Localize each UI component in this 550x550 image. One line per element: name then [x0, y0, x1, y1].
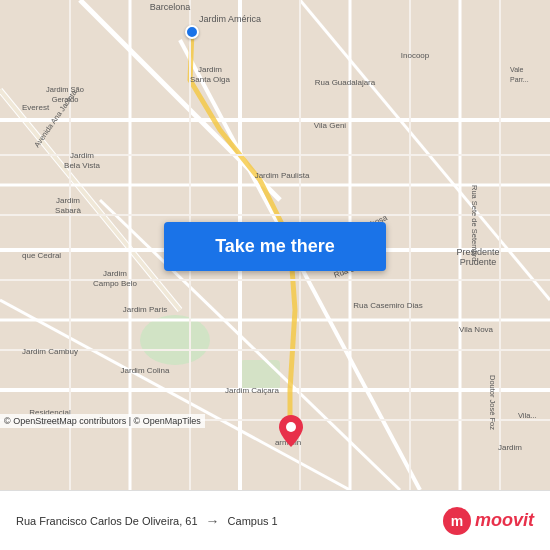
svg-text:Rua Guadalajara: Rua Guadalajara [315, 78, 376, 87]
svg-point-1 [140, 315, 210, 365]
svg-text:que Cedral: que Cedral [22, 251, 61, 260]
svg-text:Jardim Caiçara: Jardim Caiçara [225, 386, 279, 395]
svg-text:Jardim: Jardim [56, 196, 80, 205]
moovit-icon-letter: m [451, 513, 463, 529]
moovit-icon: m [443, 507, 471, 535]
svg-text:Doutor José Foz: Doutor José Foz [488, 375, 497, 430]
svg-text:Bela Vista: Bela Vista [64, 161, 100, 170]
svg-text:Jardim Paris: Jardim Paris [123, 305, 167, 314]
svg-point-67 [286, 422, 296, 432]
svg-text:Presidente: Presidente [456, 247, 499, 257]
map-attribution: © OpenStreetMap contributors | © OpenMap… [0, 414, 205, 428]
svg-text:Jardim: Jardim [498, 443, 522, 452]
bottom-bar: Rua Francisco Carlos De Oliveira, 61 → C… [0, 490, 550, 550]
take-me-there-button[interactable]: Take me there [164, 222, 386, 271]
origin-marker [185, 25, 199, 39]
route-to: Campus 1 [228, 515, 278, 527]
svg-text:Barcelona: Barcelona [150, 2, 191, 12]
route-arrow-icon: → [206, 513, 220, 529]
svg-text:Jardim Cambuy: Jardim Cambuy [22, 347, 78, 356]
svg-text:Jardim: Jardim [103, 269, 127, 278]
svg-text:Vale: Vale [510, 66, 524, 73]
svg-text:Vila Geni: Vila Geni [314, 121, 347, 130]
route-info: Rua Francisco Carlos De Oliveira, 61 → C… [16, 513, 443, 529]
svg-text:Jardim: Jardim [70, 151, 94, 160]
svg-text:Parr...: Parr... [510, 76, 529, 83]
destination-marker [279, 415, 303, 451]
svg-text:Rua Casemiro Dias: Rua Casemiro Dias [353, 301, 422, 310]
svg-text:Sabarà: Sabarà [55, 206, 81, 215]
svg-text:Campo Belo: Campo Belo [93, 279, 138, 288]
svg-text:Prudente: Prudente [460, 257, 497, 267]
moovit-text: moovit [475, 510, 534, 531]
svg-text:Jardim Colina: Jardim Colina [121, 366, 170, 375]
svg-text:Everest: Everest [22, 103, 50, 112]
svg-text:Jardim São: Jardim São [46, 85, 84, 94]
moovit-logo: m moovit [443, 507, 534, 535]
svg-text:Vila Nova: Vila Nova [459, 325, 494, 334]
svg-text:Jardim Paulista: Jardim Paulista [255, 171, 310, 180]
route-from: Rua Francisco Carlos De Oliveira, 61 [16, 515, 198, 527]
svg-text:Santa Olga: Santa Olga [190, 75, 231, 84]
svg-text:Inocoop: Inocoop [401, 51, 430, 60]
svg-text:Jardim América: Jardim América [199, 14, 261, 24]
svg-text:Vila...: Vila... [518, 411, 537, 420]
map-container: Barcelona Jardim América Inocoop Vale Pa… [0, 0, 550, 490]
svg-text:Jardim: Jardim [198, 65, 222, 74]
